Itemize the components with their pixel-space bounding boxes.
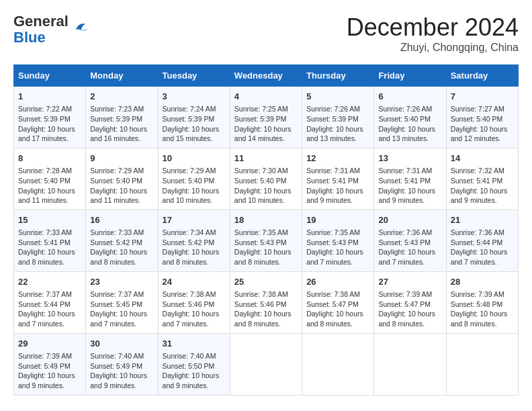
- day-number: 17: [163, 214, 226, 226]
- day-number: 5: [306, 91, 369, 103]
- day-number: 18: [234, 214, 298, 226]
- calendar-cell: 3Sunrise: 7:24 AMSunset: 5:39 PMDaylight…: [158, 87, 230, 148]
- day-number: 10: [163, 152, 226, 165]
- col-tuesday: Tuesday: [158, 65, 230, 87]
- day-info: Sunrise: 7:39 AMSunset: 5:49 PMDaylight:…: [18, 351, 81, 391]
- day-info: Sunrise: 7:39 AMSunset: 5:47 PMDaylight:…: [378, 289, 441, 329]
- day-info: Sunrise: 7:26 AMSunset: 5:40 PMDaylight:…: [378, 104, 441, 144]
- day-number: 1: [18, 91, 81, 103]
- calendar-cell: 4Sunrise: 7:25 AMSunset: 5:39 PMDaylight…: [230, 87, 302, 148]
- calendar-cell: 13Sunrise: 7:31 AMSunset: 5:41 PMDayligh…: [374, 148, 446, 210]
- calendar-cell: 29Sunrise: 7:39 AMSunset: 5:49 PMDayligh…: [14, 333, 86, 395]
- calendar-cell: 2Sunrise: 7:23 AMSunset: 5:39 PMDaylight…: [86, 87, 158, 148]
- day-info: Sunrise: 7:40 AMSunset: 5:50 PMDaylight:…: [163, 351, 226, 391]
- calendar-cell: 26Sunrise: 7:38 AMSunset: 5:47 PMDayligh…: [302, 271, 374, 333]
- day-info: Sunrise: 7:35 AMSunset: 5:43 PMDaylight:…: [306, 228, 369, 267]
- calendar-cell: 1Sunrise: 7:22 AMSunset: 5:39 PMDaylight…: [14, 87, 86, 148]
- calendar-cell: [374, 333, 446, 395]
- col-monday: Monday: [86, 65, 158, 87]
- page-header: General Blue December 2024 Zhuyi, Chongq…: [13, 13, 519, 54]
- calendar-cell: 12Sunrise: 7:31 AMSunset: 5:41 PMDayligh…: [302, 148, 374, 210]
- day-info: Sunrise: 7:28 AMSunset: 5:40 PMDaylight:…: [18, 166, 81, 205]
- day-info: Sunrise: 7:35 AMSunset: 5:43 PMDaylight:…: [234, 228, 298, 267]
- day-number: 6: [378, 91, 441, 103]
- calendar-cell: 15Sunrise: 7:33 AMSunset: 5:41 PMDayligh…: [14, 210, 86, 271]
- day-number: 24: [163, 276, 226, 288]
- calendar-cell: 24Sunrise: 7:38 AMSunset: 5:46 PMDayligh…: [158, 271, 230, 333]
- week-row-2: 8Sunrise: 7:28 AMSunset: 5:40 PMDaylight…: [14, 148, 519, 210]
- calendar-cell: 5Sunrise: 7:26 AMSunset: 5:39 PMDaylight…: [302, 87, 374, 148]
- col-sunday: Sunday: [14, 65, 86, 87]
- day-number: 7: [451, 91, 514, 103]
- col-thursday: Thursday: [302, 65, 374, 87]
- day-number: 21: [451, 214, 514, 226]
- day-info: Sunrise: 7:38 AMSunset: 5:46 PMDaylight:…: [234, 289, 298, 329]
- day-number: 3: [163, 91, 226, 103]
- day-number: 15: [18, 214, 81, 226]
- logo-general: General: [13, 13, 69, 30]
- calendar-cell: [446, 333, 518, 395]
- calendar-cell: 9Sunrise: 7:29 AMSunset: 5:40 PMDaylight…: [86, 148, 158, 210]
- day-info: Sunrise: 7:33 AMSunset: 5:41 PMDaylight:…: [18, 228, 81, 267]
- day-number: 12: [306, 152, 369, 165]
- calendar-cell: 27Sunrise: 7:39 AMSunset: 5:47 PMDayligh…: [374, 271, 446, 333]
- calendar-cell: 17Sunrise: 7:34 AMSunset: 5:42 PMDayligh…: [158, 210, 230, 271]
- calendar-cell: 20Sunrise: 7:36 AMSunset: 5:43 PMDayligh…: [374, 210, 446, 271]
- day-info: Sunrise: 7:36 AMSunset: 5:44 PMDaylight:…: [451, 228, 514, 267]
- calendar-cell: 8Sunrise: 7:28 AMSunset: 5:40 PMDaylight…: [14, 148, 86, 210]
- week-row-5: 29Sunrise: 7:39 AMSunset: 5:49 PMDayligh…: [14, 333, 519, 395]
- day-number: 14: [451, 152, 514, 165]
- week-row-3: 15Sunrise: 7:33 AMSunset: 5:41 PMDayligh…: [14, 210, 519, 271]
- day-info: Sunrise: 7:36 AMSunset: 5:43 PMDaylight:…: [378, 228, 441, 267]
- calendar-table: Sunday Monday Tuesday Wednesday Thursday…: [13, 64, 519, 396]
- day-number: 20: [378, 214, 441, 226]
- calendar-cell: 14Sunrise: 7:32 AMSunset: 5:41 PMDayligh…: [446, 148, 518, 210]
- day-number: 23: [90, 276, 153, 288]
- calendar-cell: 30Sunrise: 7:40 AMSunset: 5:49 PMDayligh…: [86, 333, 158, 395]
- logo-bird-icon: [71, 20, 90, 39]
- calendar-cell: 21Sunrise: 7:36 AMSunset: 5:44 PMDayligh…: [446, 210, 518, 271]
- calendar-cell: 18Sunrise: 7:35 AMSunset: 5:43 PMDayligh…: [230, 210, 302, 271]
- logo-text-block: General Blue: [13, 13, 69, 46]
- day-info: Sunrise: 7:39 AMSunset: 5:48 PMDaylight:…: [451, 289, 514, 329]
- day-info: Sunrise: 7:25 AMSunset: 5:39 PMDaylight:…: [234, 104, 298, 144]
- calendar-cell: 22Sunrise: 7:37 AMSunset: 5:44 PMDayligh…: [14, 271, 86, 333]
- day-number: 31: [163, 338, 226, 350]
- day-number: 30: [90, 338, 153, 350]
- logo: General Blue: [13, 13, 90, 46]
- calendar-cell: 19Sunrise: 7:35 AMSunset: 5:43 PMDayligh…: [302, 210, 374, 271]
- day-info: Sunrise: 7:37 AMSunset: 5:44 PMDaylight:…: [18, 289, 81, 329]
- logo-blue: Blue: [13, 29, 46, 46]
- calendar-cell: 28Sunrise: 7:39 AMSunset: 5:48 PMDayligh…: [446, 271, 518, 333]
- day-info: Sunrise: 7:34 AMSunset: 5:42 PMDaylight:…: [163, 228, 226, 267]
- day-number: 19: [306, 214, 369, 226]
- calendar-cell: 23Sunrise: 7:37 AMSunset: 5:45 PMDayligh…: [86, 271, 158, 333]
- day-info: Sunrise: 7:32 AMSunset: 5:41 PMDaylight:…: [451, 166, 514, 205]
- day-info: Sunrise: 7:24 AMSunset: 5:39 PMDaylight:…: [163, 104, 226, 144]
- day-info: Sunrise: 7:38 AMSunset: 5:47 PMDaylight:…: [306, 289, 369, 329]
- calendar-cell: 7Sunrise: 7:27 AMSunset: 5:40 PMDaylight…: [446, 87, 518, 148]
- day-number: 27: [378, 276, 441, 288]
- day-number: 26: [306, 276, 369, 288]
- day-number: 2: [90, 91, 153, 103]
- col-wednesday: Wednesday: [230, 65, 302, 87]
- day-info: Sunrise: 7:31 AMSunset: 5:41 PMDaylight:…: [378, 166, 441, 205]
- day-info: Sunrise: 7:30 AMSunset: 5:40 PMDaylight:…: [234, 166, 298, 205]
- header-row: Sunday Monday Tuesday Wednesday Thursday…: [14, 65, 519, 87]
- day-info: Sunrise: 7:23 AMSunset: 5:39 PMDaylight:…: [90, 104, 153, 144]
- subtitle: Zhuyi, Chongqing, China: [347, 42, 519, 54]
- day-number: 29: [18, 338, 81, 350]
- day-number: 8: [18, 152, 81, 165]
- week-row-4: 22Sunrise: 7:37 AMSunset: 5:44 PMDayligh…: [14, 271, 519, 333]
- day-info: Sunrise: 7:29 AMSunset: 5:40 PMDaylight:…: [163, 166, 226, 205]
- day-info: Sunrise: 7:37 AMSunset: 5:45 PMDaylight:…: [90, 289, 153, 329]
- week-row-1: 1Sunrise: 7:22 AMSunset: 5:39 PMDaylight…: [14, 87, 519, 148]
- day-info: Sunrise: 7:40 AMSunset: 5:49 PMDaylight:…: [90, 351, 153, 391]
- col-saturday: Saturday: [446, 65, 518, 87]
- day-number: 22: [18, 276, 81, 288]
- calendar-cell: 16Sunrise: 7:33 AMSunset: 5:42 PMDayligh…: [86, 210, 158, 271]
- day-number: 25: [234, 276, 298, 288]
- day-number: 16: [90, 214, 153, 226]
- calendar-cell: [230, 333, 302, 395]
- day-info: Sunrise: 7:29 AMSunset: 5:40 PMDaylight:…: [90, 166, 153, 205]
